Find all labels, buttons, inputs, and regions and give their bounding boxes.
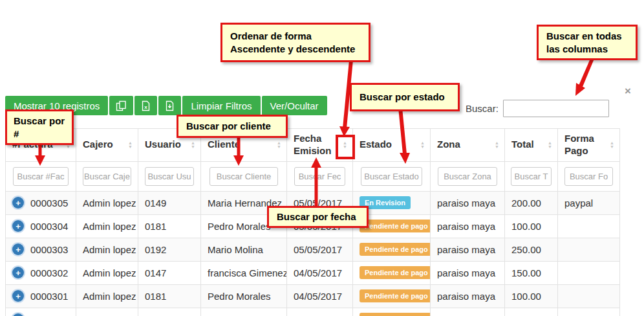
cell-forma-pago — [558, 308, 620, 316]
filter-total-input[interactable] — [511, 167, 552, 186]
svg-text:x: x — [145, 104, 148, 110]
header-row: #Factura▲▼ Cajero▲▼ Usuario▲▼ Cliente▲▼ … — [6, 129, 620, 162]
close-icon[interactable]: × — [625, 85, 631, 96]
expand-row-icon[interactable]: + — [12, 243, 24, 255]
toggle-columns-button[interactable]: Ver/Ocultar — [262, 96, 327, 115]
global-search-input[interactable] — [503, 100, 609, 117]
cell-forma-pago — [558, 238, 620, 261]
expand-row-icon[interactable]: + — [12, 313, 24, 316]
cell-forma-pago — [558, 284, 620, 308]
cell-cajero: Admin lopez — [76, 214, 138, 238]
cell-factura: 0000305 — [30, 198, 68, 209]
filter-fecha-input[interactable] — [294, 167, 346, 186]
cell-factura: 0000303 — [30, 244, 68, 255]
sort-icon[interactable]: ▲▼ — [191, 141, 195, 149]
table-row-partial: + Pendiente de pago — [6, 308, 620, 316]
status-badge: Pendiente de pago — [360, 243, 431, 256]
cell-forma-pago — [558, 261, 620, 284]
expand-row-icon[interactable]: + — [12, 290, 24, 302]
status-badge: Pendiente de pago — [360, 220, 431, 232]
sort-icon[interactable]: ▲▼ — [420, 141, 425, 149]
callout-text: Buscar en todas — [546, 30, 628, 43]
cell-cajero: Admin lopez — [76, 261, 138, 284]
cell-factura: 0000304 — [30, 221, 68, 232]
header-label: Cajero — [83, 139, 113, 151]
callout-ordenar: Ordenar de forma Ascendente y descendent… — [220, 23, 370, 62]
cell-total — [505, 308, 558, 316]
cell-total: 100.00 — [505, 284, 558, 308]
copy-icon — [116, 100, 127, 111]
callout-buscar-por-cliente: Buscar por cliente — [177, 115, 288, 138]
global-search: Buscar: — [466, 100, 609, 117]
filter-usuario-input[interactable] — [145, 167, 194, 186]
cell-total: 250.00 — [505, 238, 558, 261]
sort-icon[interactable]: ▲▼ — [495, 141, 499, 149]
column-header-zona[interactable]: Zona▲▼ — [431, 129, 505, 162]
cell-cajero — [76, 308, 138, 316]
filter-factura-input[interactable] — [13, 167, 69, 186]
cell-fecha: 04/05/2017 — [287, 284, 353, 308]
column-header-estado[interactable]: Estado▲▼ — [353, 129, 431, 162]
filter-row — [6, 161, 620, 191]
sort-icon[interactable]: ▲▼ — [610, 141, 614, 149]
expand-row-icon[interactable]: + — [12, 267, 24, 278]
cell-forma-pago: paypal — [558, 191, 620, 214]
status-badge: Pendiente de pago — [360, 289, 431, 302]
cell-cliente: francisca Gimenez — [201, 261, 287, 284]
callout-buscar-todas-columnas: Buscar en todas las columnas — [537, 25, 638, 60]
callout-buscar-por-estado: Buscar por estado — [350, 83, 460, 111]
expand-row-icon[interactable]: + — [12, 197, 24, 209]
table-row: +0000301 Admin lopez 0181 Pedro Morales … — [6, 284, 620, 308]
pdf-icon — [165, 100, 175, 111]
header-label: Cliente — [208, 139, 240, 151]
callout-text: las columnas — [546, 43, 628, 56]
header-label: Zona — [437, 139, 460, 151]
filter-zona-input[interactable] — [438, 167, 497, 186]
cell-total: 100.00 — [505, 214, 558, 238]
cell-usuario — [138, 308, 201, 316]
cell-usuario: 0147 — [138, 261, 201, 284]
status-badge: Pendiente de pago — [360, 313, 431, 316]
cell-usuario: 0181 — [138, 284, 201, 308]
cell-cajero: Admin lopez — [76, 191, 138, 214]
callout-text: Ascendente y descendente — [230, 43, 361, 56]
header-label: Usuario — [145, 139, 181, 151]
cell-fecha: 04/05/2017 — [287, 261, 353, 284]
cell-fecha: 05/05/2017 — [287, 238, 353, 261]
cell-zona — [431, 308, 505, 316]
cell-total: 200.00 — [505, 191, 558, 214]
clear-filters-button[interactable]: Limpiar Filtros — [182, 96, 260, 115]
cell-cliente — [201, 308, 287, 316]
cell-usuario: 0149 — [138, 191, 201, 214]
sort-icon[interactable]: ▲▼ — [548, 141, 552, 149]
column-header-forma-pago[interactable]: Forma Pago▲▼ — [558, 129, 620, 162]
filter-cliente-input[interactable] — [209, 167, 279, 186]
cell-zona: paraiso maya — [431, 191, 505, 214]
cell-zona: paraiso maya — [431, 238, 505, 261]
expand-row-icon[interactable]: + — [12, 220, 24, 232]
cell-zona: paraiso maya — [431, 214, 505, 238]
filter-forma-pago-input[interactable] — [564, 167, 613, 186]
callout-buscar-por-fecha: Buscar por fecha — [267, 206, 369, 228]
sort-icon[interactable]: ▲▼ — [128, 141, 133, 149]
header-label: Estado — [360, 139, 392, 151]
column-header-total[interactable]: Total▲▼ — [505, 129, 558, 162]
cell-zona: paraiso maya — [431, 284, 505, 308]
table-row: +0000303 Admin lopez 0192 Mario Molina 0… — [6, 238, 620, 261]
cell-factura: 0000302 — [30, 267, 68, 278]
copy-export-button[interactable] — [109, 96, 133, 115]
cell-usuario: 0181 — [138, 214, 201, 238]
header-label: Total — [511, 139, 534, 151]
status-badge: Pendiente de pago — [360, 266, 431, 279]
cell-zona: paraiso maya — [431, 261, 505, 284]
callout-buscar-por-numero: Buscar por # — [5, 109, 74, 145]
sort-icon[interactable]: ▲▼ — [277, 141, 281, 149]
filter-estado-input[interactable] — [361, 167, 422, 186]
table-row: +0000302 Admin lopez 0147 francisca Gime… — [6, 261, 620, 284]
cell-usuario: 0192 — [138, 238, 201, 261]
pdf-export-button[interactable] — [158, 96, 181, 115]
screenshot-root: Mostrar 10 registros x Limpiar Filtros V… — [0, 0, 644, 316]
column-header-cajero[interactable]: Cajero▲▼ — [76, 129, 138, 162]
excel-export-button[interactable]: x — [134, 96, 157, 115]
filter-cajero-input[interactable] — [83, 167, 131, 186]
